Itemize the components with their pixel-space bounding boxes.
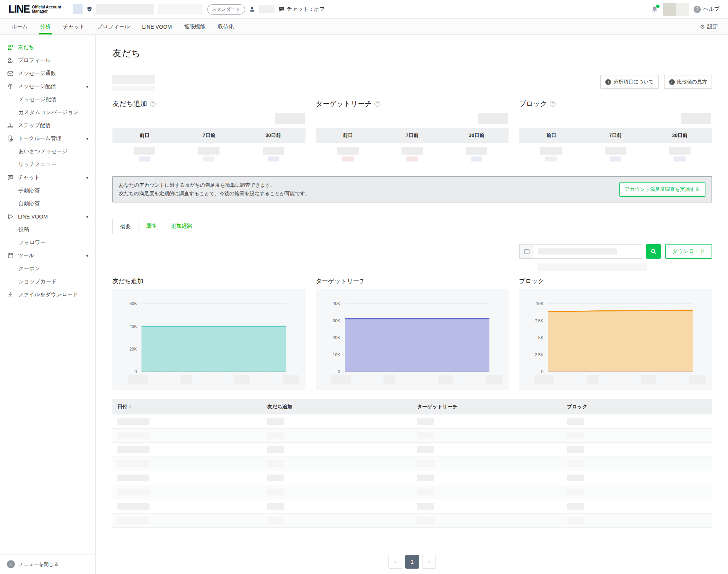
tab-item[interactable]: 追加経路 [164, 219, 200, 234]
cell-blur [567, 517, 584, 524]
sidebar-item[interactable]: 友だち [0, 41, 95, 54]
chart-title: ターゲットリーチ [316, 277, 509, 285]
sidebar-item[interactable]: ツール▾ [0, 249, 95, 262]
table-header-label: ブロック [567, 403, 587, 410]
stat-column-label: 30日前 [444, 132, 509, 139]
value-cell-redacted [262, 418, 412, 425]
cell-blur [567, 460, 584, 467]
date-cell-redacted [112, 475, 262, 481]
sidebar-item[interactable]: カスタムコンバージョン [0, 106, 95, 119]
caret-down-icon[interactable]: ▾ [86, 253, 88, 258]
stat-section-title: ブロック? [519, 99, 712, 108]
stat-value-compare-redacted [610, 157, 621, 161]
satisfaction-survey-button[interactable]: アカウント満足度調査を実施する [619, 182, 705, 197]
sidebar-item-label: ステップ配信 [18, 122, 50, 129]
sidebar-item[interactable]: チャット▾ [0, 171, 95, 184]
sidebar-item[interactable]: あいさつメッセージ [0, 145, 95, 158]
stat-total-redacted [275, 113, 305, 124]
caret-down-icon[interactable]: ▾ [86, 214, 88, 219]
table-header-row: 日付▴▾友だち追加ターゲットリーチブロック [112, 399, 712, 414]
line-logo-subtext: Official Account Manager [32, 5, 62, 14]
tab-item[interactable]: 属性 [138, 219, 164, 234]
chart-block: ターゲットリーチ010K20K30K40K [316, 277, 509, 390]
table-header-cell[interactable]: ブロック [562, 403, 712, 410]
table-header-cell[interactable]: ターゲットリーチ [412, 403, 562, 410]
caret-down-icon[interactable]: ▾ [86, 175, 88, 180]
sidebar-item-label: フォロワー [18, 239, 46, 246]
sidebar-item[interactable]: ステップ配信 [0, 119, 95, 132]
stat-column-label: 前日 [519, 132, 583, 139]
stat-value-compare-redacted [342, 157, 354, 161]
settings-button[interactable]: ⚙ 設定 [700, 19, 723, 34]
current-page-button[interactable]: 1 [405, 555, 419, 569]
nav-item[interactable]: 収益化 [211, 19, 240, 34]
sidebar-item[interactable]: 自動応答 [0, 197, 95, 210]
info-button-label: 比較値の見方 [677, 78, 707, 85]
sidebar-item[interactable]: 投稿 [0, 223, 95, 236]
cell-blur [567, 418, 584, 425]
sidebar-item[interactable]: LINE VOOM▾ [0, 210, 95, 223]
sidebar-item[interactable]: フォロワー [0, 236, 95, 249]
stat-value-main-redacted [134, 147, 155, 155]
x-tick-redacted [128, 375, 148, 384]
table-row [112, 514, 712, 528]
question-icon[interactable]: ? [150, 101, 156, 107]
download-button[interactable]: ダウンロード [665, 244, 712, 259]
nav-item[interactable]: ホーム [5, 19, 34, 34]
sidebar-item[interactable]: プロフィール [0, 54, 95, 67]
question-icon[interactable]: ? [374, 101, 380, 107]
nav-item[interactable]: LINE VOOM [136, 19, 178, 34]
sidebar-item[interactable]: ファイルをダウンロード [0, 288, 95, 301]
y-tick-label: 5K [519, 335, 543, 340]
value-cell-redacted [262, 446, 412, 453]
table-header-label: 日付 [117, 403, 127, 410]
question-icon[interactable]: ? [550, 101, 556, 107]
sidebar-item[interactable]: リッチメニュー [0, 158, 95, 171]
nav-item[interactable]: 分析 [34, 19, 57, 34]
tab-active[interactable]: 概要 [112, 219, 138, 234]
table-header-cell[interactable]: 友だち追加 [262, 403, 412, 410]
prev-page-button[interactable]: ‹ [388, 555, 402, 569]
sidebar-item[interactable]: メッセージ配信▾ [0, 80, 95, 93]
sidebar-item[interactable]: メッセージ通数 [0, 67, 95, 80]
info-button[interactable]: i分析項目について [600, 75, 658, 89]
sidebar-item[interactable]: ショップカード [0, 275, 95, 288]
sort-icon[interactable]: ▴▾ [129, 405, 131, 409]
x-tick-redacted [158, 375, 170, 384]
calendar-button[interactable] [519, 244, 534, 259]
cell-blur [567, 475, 584, 481]
info-icon: i [605, 79, 611, 85]
close-menu-label: メニューを閉じる [18, 561, 59, 568]
next-page-button[interactable]: › [422, 555, 436, 569]
stat-value-compare-redacted [471, 157, 482, 161]
nav-item[interactable]: 拡張機能 [178, 19, 211, 34]
account-avatar[interactable] [73, 4, 83, 14]
table-header-cell[interactable]: 日付▴▾ [112, 403, 262, 410]
sidebar-item[interactable]: トークルーム管理▾ [0, 132, 95, 145]
info-buttons: i分析項目についてi比較値の見方 [600, 75, 712, 89]
notifications-button[interactable] [651, 5, 658, 13]
nav-item[interactable]: チャット [57, 19, 91, 34]
sidebar-item[interactable]: クーポン [0, 262, 95, 275]
search-button[interactable] [646, 244, 661, 259]
info-button[interactable]: i比較値の見方 [664, 75, 712, 89]
nav-item[interactable]: プロフィール [91, 19, 136, 34]
chat-bubble-icon [278, 6, 285, 13]
caret-down-icon[interactable]: ▾ [86, 136, 88, 141]
caret-down-icon[interactable]: ▾ [86, 84, 88, 89]
cell-blur [117, 503, 150, 510]
close-menu-button[interactable]: ‹ メニューを閉じる [0, 554, 95, 574]
sidebar-item[interactable]: 手動応答 [0, 184, 95, 197]
data-table: 日付▴▾友だち追加ターゲットリーチブロック [112, 399, 712, 540]
user-avatar-redacted[interactable] [663, 3, 689, 16]
date-range-input[interactable] [534, 244, 642, 259]
x-tick-redacted [438, 375, 453, 384]
x-axis-line [141, 372, 286, 372]
x-tick-redacted [641, 375, 656, 384]
sidebar-item[interactable]: メッセージ配信 [0, 93, 95, 106]
help-button[interactable]: ? ヘルプ [694, 6, 720, 13]
x-axis-line [548, 372, 693, 372]
value-cell-redacted [412, 503, 562, 510]
value-cell-redacted [562, 517, 712, 524]
person-edit-icon [7, 57, 14, 64]
